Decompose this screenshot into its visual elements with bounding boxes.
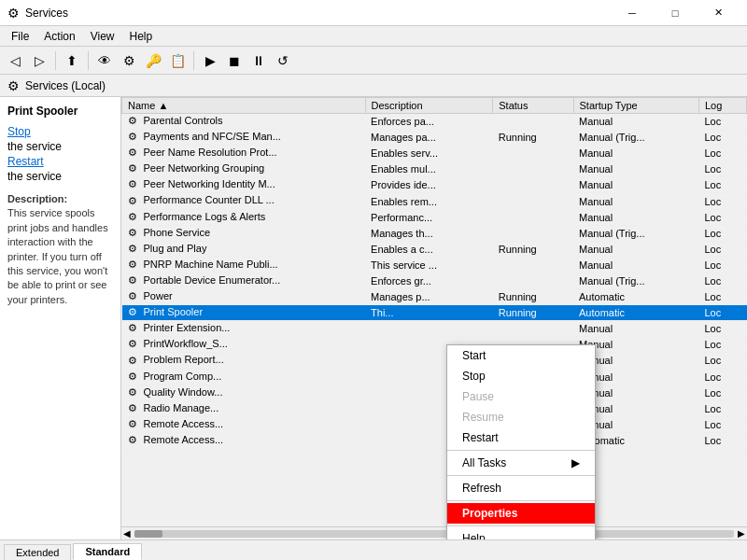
- tab-extended[interactable]: Extended: [4, 544, 71, 560]
- col-desc[interactable]: Description: [365, 98, 493, 114]
- svc-status: [493, 161, 573, 177]
- table-row[interactable]: ⚙Peer Name Resolution Prot... Enables se…: [122, 146, 747, 161]
- minimize-button[interactable]: ─: [611, 0, 654, 26]
- stop-service-button[interactable]: ◼: [223, 49, 246, 72]
- table-row[interactable]: ⚙Portable Device Enumerator... Enforces …: [122, 273, 747, 288]
- context-menu: Start Stop Pause Resume Restart All Task…: [446, 344, 596, 539]
- ctx-pause[interactable]: Pause: [447, 386, 595, 407]
- svc-name: ⚙Plug and Play: [122, 241, 366, 257]
- table-row[interactable]: ⚙Remote Access... Running Automatic Loc: [122, 432, 747, 448]
- svc-icon: ⚙: [128, 402, 141, 415]
- scroll-right-arrow[interactable]: ▶: [738, 528, 745, 539]
- table-row[interactable]: ⚙Plug and Play Enables a c... Running Ma…: [122, 241, 747, 257]
- svc-desc: Manages p...: [365, 289, 493, 305]
- table-row[interactable]: ⚙Peer Networking Identity M... Provides …: [122, 177, 747, 193]
- svc-startup: Manual (Trig...: [573, 273, 698, 288]
- svc-icon: ⚙: [128, 259, 141, 272]
- svc-log: Loc: [698, 114, 746, 130]
- ctx-restart[interactable]: Restart: [447, 427, 595, 448]
- table-row[interactable]: ⚙Performance Counter DLL ... Enables rem…: [122, 193, 747, 209]
- show-hide-button[interactable]: 👁: [93, 49, 116, 72]
- desc-text: This service spools print jobs and handl…: [7, 207, 108, 304]
- table-row[interactable]: ⚙Parental Controls Enforces pa... Manual…: [122, 114, 747, 130]
- forward-button[interactable]: ▷: [28, 49, 50, 72]
- svc-log: Loc: [698, 193, 746, 209]
- svc-icon: ⚙: [128, 355, 141, 368]
- svc-name: ⚙Performance Logs & Alerts: [122, 209, 366, 225]
- table-row[interactable]: ⚙Performance Logs & Alerts Performanc...…: [122, 209, 747, 225]
- table-row[interactable]: ⚙Problem Report... Manual Loc: [122, 353, 747, 369]
- svc-startup: Manual: [573, 209, 698, 225]
- svc-name: ⚙Program Comp...: [122, 369, 366, 385]
- ctx-help[interactable]: Help: [447, 528, 595, 539]
- table-row[interactable]: ⚙PrintWorkflow_S... Manual Loc: [122, 337, 747, 353]
- table-row[interactable]: ⚙Program Comp... Running Manual Loc: [122, 369, 747, 385]
- table-row[interactable]: ⚙Radio Manage... Running Manual Loc: [122, 400, 747, 416]
- svc-icon: ⚙: [128, 386, 141, 399]
- ctx-properties[interactable]: Properties: [447, 503, 595, 524]
- svc-icon: ⚙: [128, 115, 141, 128]
- table-row[interactable]: ⚙Peer Networking Grouping Enables mul...…: [122, 161, 747, 177]
- svc-name: ⚙Phone Service: [122, 225, 366, 241]
- restart-link[interactable]: Restart: [7, 155, 113, 168]
- table-row[interactable]: ⚙Remote Access... Manual Loc: [122, 416, 747, 432]
- up-button[interactable]: ⬆: [61, 49, 83, 72]
- toolbar-sep-2: [88, 51, 89, 70]
- col-name[interactable]: Name ▲: [122, 98, 366, 114]
- menu-view[interactable]: View: [83, 28, 122, 45]
- svc-log: Loc: [698, 146, 746, 161]
- svc-desc: Performanc...: [365, 209, 493, 225]
- panel-wrapper: ⚙ Services (Local) Print Spooler Stop th…: [0, 75, 747, 560]
- svc-startup: Manual: [573, 114, 698, 130]
- maximize-button[interactable]: □: [654, 0, 697, 26]
- svc-status: [493, 193, 573, 209]
- table-row[interactable]: ⚙Quality Window... Manual Loc: [122, 385, 747, 400]
- scroll-track[interactable]: [134, 530, 734, 538]
- start-service-button[interactable]: ▶: [199, 49, 221, 72]
- svc-startup: Manual (Trig...: [573, 130, 698, 146]
- col-log[interactable]: Log: [698, 98, 746, 114]
- services-table[interactable]: Name ▲ Description Status Startup Type L…: [121, 97, 747, 526]
- svc-status: [493, 321, 573, 337]
- help-toolbar-button[interactable]: 🔑: [142, 49, 164, 72]
- ctx-refresh[interactable]: Refresh: [447, 478, 595, 498]
- ctx-sep-2: [447, 475, 595, 476]
- restart-service-button[interactable]: ↺: [272, 49, 294, 72]
- export-button[interactable]: 📋: [166, 49, 189, 72]
- table-row[interactable]: ⚙Power Manages p... Running Automatic Lo…: [122, 289, 747, 305]
- ctx-start[interactable]: Start: [447, 345, 595, 366]
- scroll-left-arrow[interactable]: ◀: [123, 528, 131, 539]
- svc-startup: Automatic: [573, 305, 698, 321]
- properties-toolbar-button[interactable]: ⚙: [118, 49, 140, 72]
- desc-label: Description:: [7, 193, 67, 204]
- menu-action[interactable]: Action: [36, 28, 82, 45]
- title-bar: ⚙ Services ─ □ ✕: [0, 0, 747, 26]
- stop-link[interactable]: Stop: [7, 125, 113, 138]
- table-row[interactable]: ⚙Print Spooler Thi... Running Automatic …: [122, 305, 747, 321]
- tab-standard[interactable]: Standard: [73, 543, 142, 560]
- menu-file[interactable]: File: [4, 28, 36, 45]
- table-row[interactable]: ⚙Payments and NFC/SE Man... Manages pa..…: [122, 130, 747, 146]
- back-button[interactable]: ◁: [4, 49, 26, 72]
- scroll-thumb[interactable]: [134, 530, 162, 538]
- table-row[interactable]: ⚙Printer Extension... Manual Loc: [122, 321, 747, 337]
- pause-service-button[interactable]: ⏸: [247, 49, 270, 72]
- col-startup[interactable]: Startup Type: [573, 98, 698, 114]
- svc-status: [493, 177, 573, 193]
- svc-desc: Enforces gr...: [365, 273, 493, 288]
- menu-help[interactable]: Help: [122, 28, 161, 45]
- ctx-resume[interactable]: Resume: [447, 407, 595, 427]
- horizontal-scrollbar[interactable]: ◀ ▶: [121, 526, 747, 539]
- svc-icon: ⚙: [128, 131, 141, 144]
- col-status[interactable]: Status: [493, 98, 573, 114]
- svc-name: ⚙Portable Device Enumerator...: [122, 273, 366, 288]
- svc-startup: Manual (Trig...: [573, 225, 698, 241]
- table-row[interactable]: ⚙PNRP Machine Name Publi... This service…: [122, 257, 747, 273]
- ctx-stop[interactable]: Stop: [447, 366, 595, 386]
- table-row[interactable]: ⚙Phone Service Manages th... Manual (Tri…: [122, 225, 747, 241]
- svc-log: Loc: [698, 416, 746, 432]
- svc-name: ⚙Remote Access...: [122, 432, 366, 448]
- svc-name: ⚙Peer Name Resolution Prot...: [122, 146, 366, 161]
- close-button[interactable]: ✕: [697, 0, 740, 26]
- ctx-alltasks[interactable]: All Tasks ▶: [447, 453, 595, 473]
